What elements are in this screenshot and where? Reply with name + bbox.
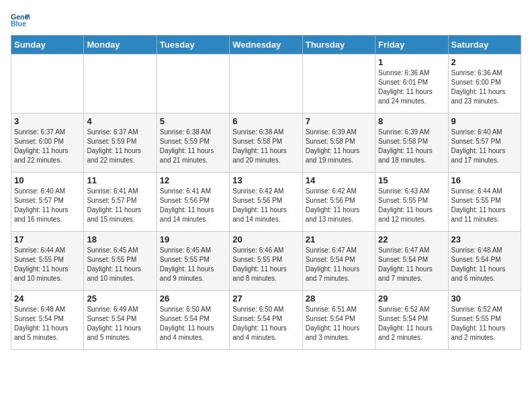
cell-info: Sunrise: 6:42 AM Sunset: 5:56 PM Dayligh… (306, 187, 372, 224)
day-number: 18 (87, 234, 153, 244)
day-number: 5 (160, 116, 226, 126)
svg-text:Blue: Blue (11, 19, 26, 28)
day-number: 17 (14, 234, 81, 244)
calendar-cell: 15Sunrise: 6:43 AM Sunset: 5:55 PM Dayli… (375, 173, 448, 232)
calendar-cell: 29Sunrise: 6:52 AM Sunset: 5:54 PM Dayli… (375, 291, 448, 350)
calendar-cell (84, 54, 157, 113)
day-number: 25 (87, 293, 153, 304)
logo-icon: General Blue (11, 11, 30, 30)
calendar-week-3: 10Sunrise: 6:40 AM Sunset: 5:57 PM Dayli… (11, 173, 521, 232)
cell-info: Sunrise: 6:41 AM Sunset: 5:56 PM Dayligh… (160, 187, 226, 224)
col-header-wednesday: Wednesday (230, 36, 302, 54)
calendar-cell (11, 54, 84, 113)
calendar-cell: 11Sunrise: 6:41 AM Sunset: 5:57 PM Dayli… (84, 173, 157, 232)
col-header-tuesday: Tuesday (157, 36, 229, 54)
day-number: 12 (160, 175, 226, 185)
col-header-friday: Friday (375, 36, 448, 54)
calendar-cell: 18Sunrise: 6:45 AM Sunset: 5:55 PM Dayli… (84, 232, 157, 291)
cell-info: Sunrise: 6:38 AM Sunset: 5:59 PM Dayligh… (160, 128, 226, 165)
cell-info: Sunrise: 6:51 AM Sunset: 5:54 PM Dayligh… (306, 305, 372, 342)
calendar-week-5: 24Sunrise: 6:48 AM Sunset: 5:54 PM Dayli… (11, 291, 521, 350)
col-header-monday: Monday (84, 36, 157, 54)
cell-info: Sunrise: 6:49 AM Sunset: 5:54 PM Dayligh… (87, 305, 153, 342)
calendar-cell: 3Sunrise: 6:37 AM Sunset: 6:00 PM Daylig… (11, 113, 84, 173)
cell-info: Sunrise: 6:44 AM Sunset: 5:55 PM Dayligh… (451, 187, 518, 224)
calendar-cell: 22Sunrise: 6:47 AM Sunset: 5:54 PM Dayli… (375, 232, 448, 291)
day-number: 7 (306, 116, 372, 126)
cell-info: Sunrise: 6:45 AM Sunset: 5:55 PM Dayligh… (87, 246, 153, 283)
day-number: 28 (306, 293, 372, 304)
day-number: 15 (378, 175, 445, 185)
cell-info: Sunrise: 6:42 AM Sunset: 5:56 PM Dayligh… (232, 187, 299, 224)
cell-info: Sunrise: 6:47 AM Sunset: 5:54 PM Dayligh… (378, 246, 445, 283)
day-number: 23 (451, 234, 518, 244)
day-number: 2 (451, 57, 518, 67)
calendar-cell: 27Sunrise: 6:50 AM Sunset: 5:54 PM Dayli… (230, 291, 302, 350)
day-number: 6 (232, 116, 299, 126)
day-number: 16 (451, 175, 518, 185)
day-number: 20 (232, 234, 299, 244)
cell-info: Sunrise: 6:44 AM Sunset: 5:55 PM Dayligh… (14, 246, 81, 283)
col-header-saturday: Saturday (448, 36, 521, 54)
day-number: 21 (306, 234, 372, 244)
cell-info: Sunrise: 6:45 AM Sunset: 5:55 PM Dayligh… (160, 246, 226, 283)
page-header: General Blue (11, 11, 521, 30)
calendar-week-4: 17Sunrise: 6:44 AM Sunset: 5:55 PM Dayli… (11, 232, 521, 291)
calendar-cell (230, 54, 302, 113)
calendar-week-2: 3Sunrise: 6:37 AM Sunset: 6:00 PM Daylig… (11, 113, 521, 173)
day-number: 14 (306, 175, 372, 185)
calendar-cell: 24Sunrise: 6:48 AM Sunset: 5:54 PM Dayli… (11, 291, 84, 350)
calendar-cell: 1Sunrise: 6:36 AM Sunset: 6:01 PM Daylig… (375, 54, 448, 113)
cell-info: Sunrise: 6:46 AM Sunset: 5:55 PM Dayligh… (232, 246, 299, 283)
cell-info: Sunrise: 6:37 AM Sunset: 6:00 PM Dayligh… (14, 128, 81, 165)
calendar-cell: 21Sunrise: 6:47 AM Sunset: 5:54 PM Dayli… (302, 232, 375, 291)
calendar-cell: 17Sunrise: 6:44 AM Sunset: 5:55 PM Dayli… (11, 232, 84, 291)
day-number: 30 (451, 293, 518, 304)
cell-info: Sunrise: 6:39 AM Sunset: 5:58 PM Dayligh… (306, 128, 372, 165)
calendar-table: SundayMondayTuesdayWednesdayThursdayFrid… (11, 35, 521, 350)
col-header-sunday: Sunday (11, 36, 84, 54)
cell-info: Sunrise: 6:40 AM Sunset: 5:57 PM Dayligh… (14, 187, 81, 224)
calendar-cell: 2Sunrise: 6:36 AM Sunset: 6:00 PM Daylig… (448, 54, 521, 113)
col-header-thursday: Thursday (302, 36, 375, 54)
calendar-cell: 9Sunrise: 6:40 AM Sunset: 5:57 PM Daylig… (448, 113, 521, 173)
calendar-cell: 25Sunrise: 6:49 AM Sunset: 5:54 PM Dayli… (84, 291, 157, 350)
calendar-week-1: 1Sunrise: 6:36 AM Sunset: 6:01 PM Daylig… (11, 54, 521, 113)
day-number: 29 (378, 293, 445, 304)
cell-info: Sunrise: 6:48 AM Sunset: 5:54 PM Dayligh… (14, 305, 81, 342)
day-number: 1 (378, 57, 445, 67)
calendar-cell: 13Sunrise: 6:42 AM Sunset: 5:56 PM Dayli… (230, 173, 302, 232)
day-number: 3 (14, 116, 81, 126)
calendar-cell: 19Sunrise: 6:45 AM Sunset: 5:55 PM Dayli… (157, 232, 229, 291)
day-number: 10 (14, 175, 81, 185)
calendar-cell (157, 54, 229, 113)
calendar-cell (302, 54, 375, 113)
day-number: 9 (451, 116, 518, 126)
cell-info: Sunrise: 6:37 AM Sunset: 5:59 PM Dayligh… (87, 128, 153, 165)
cell-info: Sunrise: 6:43 AM Sunset: 5:55 PM Dayligh… (378, 187, 445, 224)
calendar-cell: 16Sunrise: 6:44 AM Sunset: 5:55 PM Dayli… (448, 173, 521, 232)
calendar-cell: 7Sunrise: 6:39 AM Sunset: 5:58 PM Daylig… (302, 113, 375, 173)
day-number: 26 (160, 293, 226, 304)
day-number: 22 (378, 234, 445, 244)
day-number: 13 (232, 175, 299, 185)
calendar-cell: 20Sunrise: 6:46 AM Sunset: 5:55 PM Dayli… (230, 232, 302, 291)
cell-info: Sunrise: 6:50 AM Sunset: 5:54 PM Dayligh… (160, 305, 226, 342)
cell-info: Sunrise: 6:52 AM Sunset: 5:55 PM Dayligh… (451, 305, 518, 342)
calendar-cell: 10Sunrise: 6:40 AM Sunset: 5:57 PM Dayli… (11, 173, 84, 232)
cell-info: Sunrise: 6:52 AM Sunset: 5:54 PM Dayligh… (378, 305, 445, 342)
day-number: 4 (87, 116, 153, 126)
calendar-body: 1Sunrise: 6:36 AM Sunset: 6:01 PM Daylig… (11, 54, 521, 350)
day-number: 24 (14, 293, 81, 304)
cell-info: Sunrise: 6:39 AM Sunset: 5:58 PM Dayligh… (378, 128, 445, 165)
calendar-cell: 14Sunrise: 6:42 AM Sunset: 5:56 PM Dayli… (302, 173, 375, 232)
calendar-cell: 6Sunrise: 6:38 AM Sunset: 5:58 PM Daylig… (230, 113, 302, 173)
cell-info: Sunrise: 6:50 AM Sunset: 5:54 PM Dayligh… (232, 305, 299, 342)
calendar-header-row: SundayMondayTuesdayWednesdayThursdayFrid… (11, 36, 521, 54)
cell-info: Sunrise: 6:47 AM Sunset: 5:54 PM Dayligh… (306, 246, 372, 283)
logo: General Blue (11, 11, 30, 30)
calendar-cell: 8Sunrise: 6:39 AM Sunset: 5:58 PM Daylig… (375, 113, 448, 173)
calendar-cell: 4Sunrise: 6:37 AM Sunset: 5:59 PM Daylig… (84, 113, 157, 173)
cell-info: Sunrise: 6:36 AM Sunset: 6:00 PM Dayligh… (451, 68, 518, 106)
cell-info: Sunrise: 6:48 AM Sunset: 5:54 PM Dayligh… (451, 246, 518, 283)
